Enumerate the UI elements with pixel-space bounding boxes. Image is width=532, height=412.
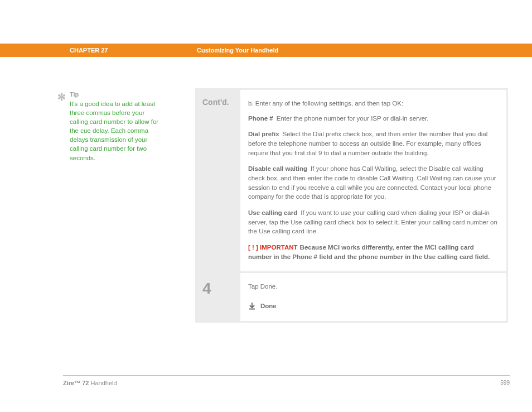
- steps-panel: Cont'd. b. Enter any of the following se…: [195, 88, 508, 323]
- chapter-title: Customizing Your Handheld: [197, 47, 278, 54]
- step-b-intro: b. Enter any of the following settings, …: [248, 99, 499, 108]
- done-row: Done: [248, 301, 499, 311]
- down-arrow-icon: [248, 302, 256, 310]
- setting-phone-text: Enter the phone number for your ISP or d…: [277, 115, 429, 122]
- step-4-num-cell: 4: [197, 273, 240, 320]
- step-4-number: 4: [202, 280, 211, 297]
- setting-phone: Phone #Enter the phone number for your I…: [248, 114, 499, 123]
- setting-disable-label: Disable call waiting: [248, 165, 307, 172]
- setting-disable: Disable call waitingIf your phone has Ca…: [248, 164, 499, 202]
- important-note: [ ! ] IMPORTANTBecause MCI works differe…: [248, 243, 499, 261]
- asterisk-icon: ✻: [57, 90, 66, 104]
- done-label: Done: [260, 301, 277, 311]
- setting-callingcard: Use calling cardIf you want to use your …: [248, 208, 499, 236]
- setting-dialprefix: Dial prefixSelect the Dial prefix check …: [248, 130, 499, 157]
- footer-page-number: 599: [500, 380, 510, 386]
- step-contd-row: Cont'd. b. Enter any of the following se…: [197, 90, 506, 271]
- tip-sidebar: ✻ Tip It's a good idea to add at least t…: [59, 90, 163, 162]
- step-contd-label-cell: Cont'd.: [197, 90, 240, 271]
- tip-text: It's a good idea to add at least three c…: [70, 99, 163, 162]
- footer-product-rest: Handheld: [89, 380, 117, 386]
- setting-dialprefix-text: Select the Dial prefix check box, and th…: [248, 131, 487, 156]
- step-contd-body: b. Enter any of the following settings, …: [240, 90, 506, 271]
- setting-dialprefix-label: Dial prefix: [248, 131, 279, 137]
- step-4-text: Tap Done.: [248, 282, 499, 291]
- tip-heading: Tip: [70, 90, 163, 99]
- footer-product: Zire™ 72 Handheld: [63, 380, 117, 386]
- step-contd-label: Cont'd.: [202, 98, 229, 107]
- footer-product-bold: Zire™ 72: [63, 380, 89, 386]
- step-4-body: Tap Done. Done: [240, 273, 506, 320]
- setting-callingcard-label: Use calling card: [248, 209, 297, 216]
- chapter-number: CHAPTER 27: [70, 47, 197, 54]
- important-flag: [ ! ] IMPORTANT: [248, 244, 298, 251]
- footer-rule: [63, 375, 510, 376]
- step-4-row: 4 Tap Done. Done: [197, 273, 506, 320]
- setting-phone-label: Phone #: [248, 115, 273, 122]
- chapter-header: CHAPTER 27 Customizing Your Handheld: [0, 44, 532, 57]
